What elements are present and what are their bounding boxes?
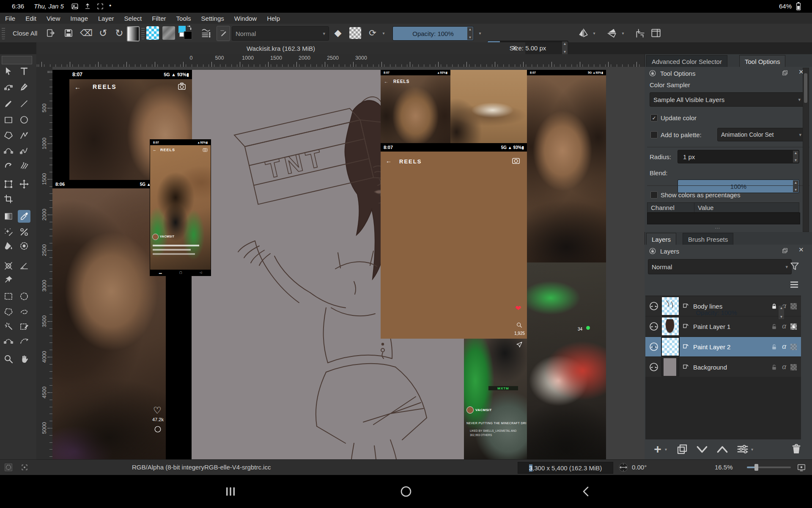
save-button[interactable] (62, 27, 75, 39)
alpha-icon[interactable]: α (782, 363, 786, 371)
choose-workspace-button[interactable] (649, 27, 663, 39)
layer-lock-icon[interactable] (771, 343, 778, 351)
palette-combo[interactable]: Animation Color Set ▾ (717, 128, 805, 141)
filter-layers-icon[interactable] (789, 261, 800, 272)
visibility-eye-icon[interactable] (649, 362, 659, 372)
tool-polygon[interactable] (2, 129, 15, 142)
layer-thumbnail[interactable] (661, 297, 679, 315)
layer-properties-button[interactable] (736, 443, 749, 456)
tool-freehand-select[interactable] (18, 306, 30, 318)
tool-measure[interactable] (18, 260, 30, 272)
tool-smart-patch[interactable] (18, 226, 30, 238)
tool-ellipse-select[interactable] (18, 290, 30, 303)
tool-gradient[interactable] (2, 210, 15, 223)
document-tab[interactable]: Wackisit.kra (162.3 MiB) (36, 42, 525, 55)
menu-view[interactable]: View (41, 14, 65, 23)
tool-multibrush[interactable] (18, 159, 30, 171)
tool-polyline[interactable] (18, 129, 30, 142)
opacity-spin-buttons[interactable]: ▲▼ (467, 27, 473, 40)
inherit-alpha-icon[interactable] (790, 344, 797, 350)
delete-layer-button[interactable] (790, 443, 803, 456)
tool-freehand-path[interactable] (18, 144, 30, 157)
brush-editor-button[interactable] (217, 26, 230, 41)
export-button[interactable] (44, 27, 58, 39)
tool-magnetic-select[interactable] (18, 334, 30, 347)
image-dimensions[interactable]: 3,300 x 5,400 (162.3 MiB) (518, 462, 613, 474)
mirror-vertical-button[interactable] (605, 27, 619, 39)
add-layer-button[interactable]: + (651, 442, 664, 456)
tool-similar-select-picker[interactable] (18, 320, 30, 333)
tab-tool-options[interactable]: Tool Options (739, 55, 785, 67)
tool-crop[interactable] (2, 193, 15, 205)
inherit-alpha-icon[interactable] (790, 364, 797, 370)
tool-move[interactable] (18, 178, 30, 190)
tool-options-scrollbar[interactable] (803, 68, 809, 232)
back-button[interactable] (580, 486, 592, 497)
menu-file[interactable]: File (0, 14, 20, 23)
canvas-viewport[interactable]: 8:07 5G ▲ 93%▮ ← REELS 8:06 5G ▲ 93%▮ ♡ … (52, 67, 645, 459)
layer-thumbnail[interactable] (661, 337, 679, 356)
visibility-eye-icon[interactable] (649, 342, 659, 352)
menu-window[interactable]: Window (229, 14, 262, 23)
eraser-toggle[interactable]: ◆ (331, 27, 345, 39)
layer-row-paint-layer-1[interactable]: Paint Layer 1 α (645, 317, 801, 336)
layer-lock-icon[interactable] (771, 303, 778, 310)
close-docker-icon[interactable]: ✕ (798, 246, 804, 254)
reload-dropdown-arrow[interactable]: ▾ (381, 27, 387, 39)
mirror-vertical-dropdown[interactable]: ▾ (620, 27, 626, 39)
tool-assistants[interactable] (2, 260, 15, 272)
tool-fill[interactable] (2, 240, 15, 252)
layer-row-paint-layer-2[interactable]: Paint Layer 2 α (645, 337, 801, 356)
float-docker-icon[interactable] (782, 247, 788, 254)
duplicate-layer-button[interactable] (676, 443, 689, 456)
toolbox-header[interactable] (2, 56, 32, 64)
opacity-dropdown-arrow[interactable]: ▾ (477, 27, 483, 39)
inherit-alpha-locked-icon[interactable] (790, 323, 797, 330)
radius-spin-buttons[interactable]: ▲▼ (793, 151, 798, 163)
tool-line[interactable] (18, 97, 30, 110)
selection-display-icon[interactable] (20, 463, 29, 472)
wrap-around-mode-button[interactable] (633, 27, 647, 39)
layer-menu-icon[interactable] (789, 280, 799, 290)
menu-select[interactable]: Select (119, 14, 147, 23)
radius-spinbox[interactable]: 1 px ▲▼ (678, 150, 799, 163)
add-layer-dropdown[interactable]: ▾ (665, 447, 667, 452)
blend-spin-buttons[interactable]: ▲▼ (793, 180, 798, 192)
recent-apps-button[interactable] (225, 486, 236, 497)
foreground-background-colors[interactable] (178, 26, 193, 40)
tool-rect-select[interactable] (2, 290, 15, 303)
channel-column-header[interactable]: Channel (647, 202, 694, 213)
tool-select-shapes[interactable] (2, 65, 15, 77)
layer-thumbnail[interactable] (661, 358, 679, 376)
docker-resize-handle[interactable]: ⋯ (715, 225, 721, 231)
layer-row-background[interactable]: Background α (645, 357, 801, 377)
size-spin-buttons[interactable]: ▲▼ (562, 41, 568, 54)
tool-freehand-brush[interactable] (2, 97, 15, 110)
layer-thumbnail[interactable] (661, 317, 679, 336)
move-layer-down-button[interactable] (695, 444, 709, 455)
tool-enclose-fill[interactable] (18, 240, 30, 252)
tab-layers[interactable]: Layers (646, 233, 676, 245)
menu-filter[interactable]: Filter (147, 14, 171, 23)
layer-lock-icon[interactable] (771, 323, 778, 330)
tool-zoom[interactable] (2, 353, 15, 365)
show-percent-checkbox[interactable] (650, 191, 658, 199)
tool-dynamic-brush[interactable] (2, 159, 15, 171)
tool-bezier-curve[interactable] (2, 144, 15, 157)
texture-chooser[interactable] (162, 26, 175, 40)
brush-settings-icon[interactable] (199, 27, 213, 39)
toolbar-drag-handle-2[interactable] (141, 27, 145, 39)
tool-polygon-select[interactable] (2, 306, 15, 318)
gradient-chooser[interactable] (127, 26, 140, 41)
menu-edit[interactable]: Edit (20, 14, 41, 23)
tool-bezier-select[interactable] (2, 334, 15, 347)
tool-rectangle[interactable] (2, 113, 15, 126)
properties-dropdown[interactable]: ▾ (751, 447, 753, 452)
menu-tools[interactable]: Tools (171, 14, 196, 23)
menu-layer[interactable]: Layer (93, 14, 119, 23)
tab-brush-presets[interactable]: Brush Presets (683, 233, 733, 245)
redo-button[interactable]: ↻ (112, 27, 126, 39)
blend-mode-combo[interactable]: Normal ▾ (232, 26, 329, 41)
close-all-button[interactable]: Close All (9, 27, 41, 39)
float-docker-icon[interactable] (782, 69, 788, 76)
